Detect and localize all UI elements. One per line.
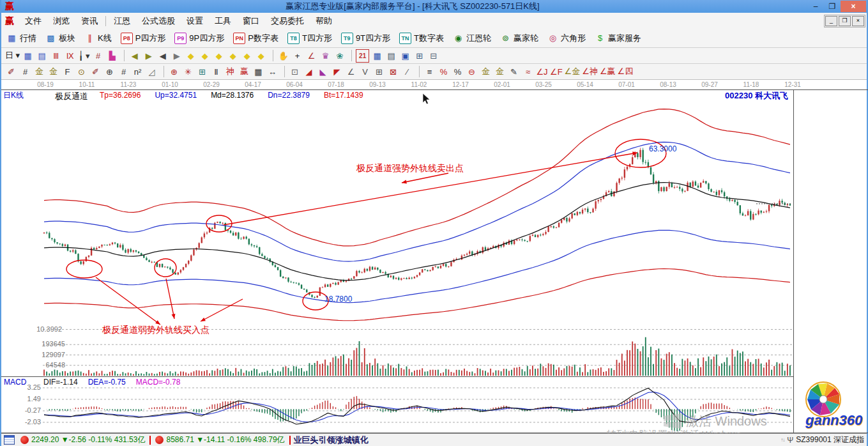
draw-tool-icon[interactable]: ◣ xyxy=(317,66,329,78)
draw-tool-icon[interactable]: ✐ xyxy=(89,66,102,78)
tool-icon[interactable]: ◆ xyxy=(185,50,197,62)
draw-tool-icon[interactable]: ⊕ xyxy=(168,66,180,78)
draw-tool-icon[interactable]: 金 xyxy=(480,66,492,78)
tool-icon[interactable]: ⊟ xyxy=(427,50,439,62)
tool-icon[interactable]: ◀ xyxy=(128,50,141,62)
tool-icon[interactable]: ♛ xyxy=(319,50,331,62)
tool-icon[interactable]: ◆ xyxy=(213,50,225,62)
draw-tool-icon[interactable]: ✐ xyxy=(5,66,17,78)
draw-tool-icon[interactable]: ⊕ xyxy=(103,66,116,78)
tool-icon[interactable]: ◀ xyxy=(156,50,169,62)
tool-icon[interactable]: ▶ xyxy=(171,50,183,62)
scroll-arrows-icon[interactable]: ↑↓ xyxy=(780,437,784,443)
menu-item[interactable]: 窗口 xyxy=(237,13,265,29)
tool-icon[interactable]: ╽ ▾ xyxy=(78,50,90,62)
tool-icon[interactable]: Ⅲ xyxy=(50,50,62,62)
draw-tool-icon[interactable]: ∠J xyxy=(536,66,548,78)
draw-tool-icon[interactable]: ◿ xyxy=(146,66,158,78)
tool-icon[interactable]: ▤ xyxy=(385,50,397,62)
draw-tool-icon[interactable]: ↔ xyxy=(266,66,278,78)
tool-icon[interactable]: + xyxy=(291,50,303,62)
toolbar-button[interactable]: P8 P四方形 xyxy=(121,33,166,44)
tool-icon[interactable]: ✋ xyxy=(277,50,289,62)
draw-tool-icon[interactable]: 金 xyxy=(494,66,506,78)
index1-quote[interactable]: 2249.20 ▼-2.56 -0.11% 431.53亿 xyxy=(31,434,145,445)
draw-tool-icon[interactable]: ≈ xyxy=(522,66,534,78)
tool-icon[interactable]: ▶ xyxy=(142,50,155,62)
tool-icon[interactable]: ◆ xyxy=(199,50,211,62)
index2-quote[interactable]: 8586.71 ▼-14.11 -0.16% 498.79亿 xyxy=(166,434,284,445)
menu-item[interactable]: 设置 xyxy=(181,13,209,29)
draw-tool-icon[interactable]: V xyxy=(359,66,371,78)
toolbar-button[interactable]: ▩ 板块 xyxy=(45,33,75,44)
toolbar-button[interactable]: $ 赢家服务 xyxy=(595,33,641,44)
current-index-label[interactable]: SZ399001 深证成指 xyxy=(796,434,864,445)
draw-tool-icon[interactable]: ◢ xyxy=(303,66,315,78)
tool-icon[interactable]: ▦ xyxy=(22,50,34,62)
draw-tool-icon[interactable]: ⊖ xyxy=(466,66,478,78)
mdi-restore-button[interactable]: ❐ xyxy=(839,16,851,26)
tool-icon[interactable]: ◆ xyxy=(227,50,239,62)
tool-icon[interactable]: Ⅸ xyxy=(64,50,76,62)
menu-item[interactable]: 资讯 xyxy=(75,13,103,29)
tool-icon[interactable]: ∠ xyxy=(305,50,317,62)
draw-tool-icon[interactable]: Ⅱ xyxy=(210,66,222,78)
menu-item[interactable]: 浏览 xyxy=(47,13,75,29)
mdi-minimize-button[interactable]: _ xyxy=(825,16,837,26)
tool-icon[interactable]: ⊞ xyxy=(413,50,425,62)
draw-tool-icon[interactable]: ⊞ xyxy=(373,66,385,78)
toolbar-button[interactable]: ▦ 行情 xyxy=(6,33,36,44)
tool-icon[interactable]: # xyxy=(92,50,104,62)
draw-tool-icon[interactable]: % xyxy=(438,66,450,78)
menu-item[interactable]: 公式选股 xyxy=(136,13,181,29)
draw-tool-icon[interactable]: % xyxy=(452,66,464,78)
minimize-button[interactable]: – xyxy=(807,1,824,12)
menu-item[interactable]: 工具 xyxy=(209,13,237,29)
toolbar-button[interactable]: P9 9P四方形 xyxy=(174,33,224,44)
draw-tool-icon[interactable]: ⊙ xyxy=(75,66,88,78)
draw-tool-icon[interactable]: 金 xyxy=(33,66,45,78)
close-button[interactable]: × xyxy=(841,1,866,12)
draw-tool-icon[interactable]: F xyxy=(61,66,73,78)
draw-tool-icon[interactable]: # xyxy=(118,66,130,78)
draw-tool-icon[interactable]: ◤ xyxy=(331,66,343,78)
draw-tool-icon[interactable]: ∠赢 xyxy=(600,66,616,78)
menu-item[interactable]: 交易委托 xyxy=(265,13,310,29)
menu-item[interactable]: 文件 xyxy=(19,13,47,29)
tool-icon[interactable]: 21 xyxy=(356,49,369,63)
tool-icon[interactable]: ▤ xyxy=(36,50,48,62)
draw-tool-icon[interactable]: ✳ xyxy=(182,66,194,78)
draw-tool-icon[interactable]: ∠ xyxy=(345,66,357,78)
draw-tool-icon[interactable]: 金 xyxy=(47,66,59,78)
indicator-name[interactable]: 极反通道 xyxy=(55,91,88,102)
draw-tool-icon[interactable]: ▦ xyxy=(252,66,264,78)
tool-icon[interactable]: ▙ xyxy=(106,50,118,62)
tool-icon[interactable]: 日 ▾ xyxy=(5,50,20,62)
toolbar-button[interactable]: TN T数字表 xyxy=(399,33,444,44)
tool-icon[interactable]: ◆ xyxy=(255,50,267,62)
draw-tool-icon[interactable]: 赢 xyxy=(238,66,250,78)
draw-tool-icon[interactable]: ≡ xyxy=(423,66,436,78)
menu-item[interactable]: 江恩 xyxy=(108,13,136,29)
draw-tool-icon[interactable]: n² xyxy=(132,66,144,78)
draw-tool-icon[interactable]: ∠四 xyxy=(618,66,634,78)
draw-tool-icon[interactable]: ∠F xyxy=(550,66,563,78)
draw-tool-icon[interactable]: ∠神 xyxy=(582,66,598,78)
mdi-close-button[interactable]: × xyxy=(852,16,864,26)
stock-label[interactable]: 002230 科大讯飞 xyxy=(725,90,788,102)
tool-icon[interactable]: ▣ xyxy=(399,50,411,62)
draw-tool-icon[interactable]: 神 xyxy=(224,66,236,78)
tool-icon[interactable]: ▦ xyxy=(371,50,383,62)
tool-icon[interactable]: ❀ xyxy=(333,50,346,62)
toolbar-button[interactable]: ⊚ 赢家轮 xyxy=(500,33,538,44)
toolbar-button[interactable]: ∥ K线 xyxy=(84,33,112,44)
draw-tool-icon[interactable]: ✎ xyxy=(508,66,520,78)
draw-tool-icon[interactable]: ⊞ xyxy=(196,66,208,78)
draw-tool-icon[interactable]: ⊠ xyxy=(387,66,399,78)
tool-icon[interactable]: ◆ xyxy=(241,50,253,62)
toolbar-button[interactable]: ◎ 六角形 xyxy=(547,33,586,44)
draw-tool-icon[interactable]: ∕ xyxy=(401,66,413,78)
draw-tool-icon[interactable]: # xyxy=(19,66,31,78)
menu-item[interactable]: 帮助 xyxy=(310,13,338,29)
draw-tool-icon[interactable]: ∠金 xyxy=(565,66,581,78)
